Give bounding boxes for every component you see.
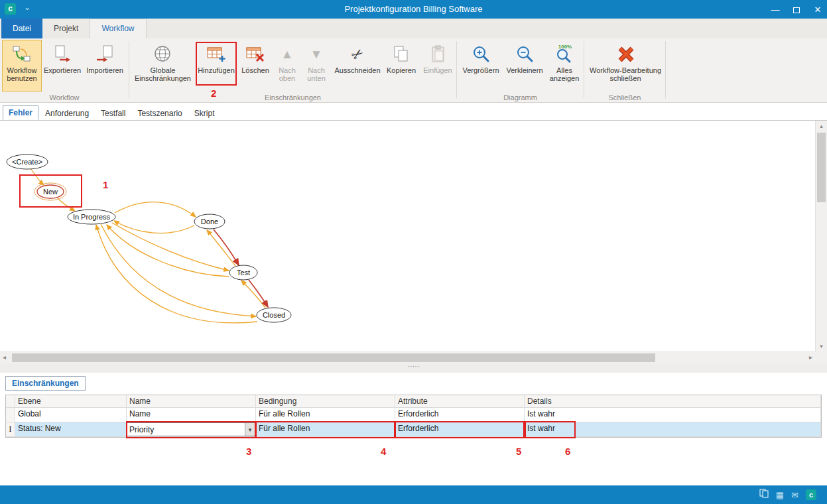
import-icon (95, 42, 115, 65)
tab-testfall[interactable]: Testfall (95, 107, 131, 120)
import-button[interactable]: Importieren (83, 40, 127, 92)
cut-button[interactable]: ✂ Ausschneiden (333, 40, 382, 92)
col-header-attribute[interactable]: Attribute (395, 395, 525, 408)
global-constraints-button[interactable]: Globale Einschränkungen (131, 40, 194, 92)
show-all-button[interactable]: 100% Alles anzeigen (546, 40, 582, 92)
zoom-in-icon (472, 42, 491, 65)
cell-bedingung: Für alle Rollen (256, 408, 395, 422)
group-divider (584, 41, 584, 98)
node-test[interactable]: Test (229, 265, 257, 280)
zoom-in-button[interactable]: Vergrößern (459, 40, 503, 92)
tab-einschraenkungen[interactable]: Einschränkungen (5, 376, 86, 391)
node-closed[interactable]: Closed (257, 308, 291, 322)
annotation-box-4 (255, 421, 395, 438)
scroll-left-arrow[interactable]: ◂ (3, 353, 6, 361)
tab-projekt[interactable]: Projekt (42, 19, 90, 38)
edit-cursor-icon: I (9, 424, 11, 434)
cell-details: Ist wahr (525, 408, 821, 422)
node-done-label: Done (201, 218, 218, 225)
close-workflow-editing-label: Workflow-Bearbeitung schließen (587, 66, 664, 82)
close-workflow-editing-button[interactable]: Workflow-Bearbeitung schließen (586, 40, 665, 92)
arrow-up-icon: ▲ (281, 42, 294, 65)
scroll-down-arrow[interactable]: ▾ (816, 343, 827, 349)
move-down-label: Nach unten (302, 66, 331, 82)
col-header-bedingung[interactable]: Bedingung (256, 395, 395, 408)
scissors-icon: ✂ (351, 42, 363, 65)
ribbon-tab-bar: Datei Projekt Workflow (0, 19, 827, 38)
splitter-handle[interactable]: ····· (0, 363, 827, 373)
zoom-in-label: Vergrößern (462, 66, 499, 74)
vertical-scroll-thumb[interactable] (817, 133, 826, 202)
copy-icon (392, 42, 411, 65)
tab-fehler[interactable]: Fehler (3, 105, 38, 120)
group-divider (456, 41, 457, 98)
cell-name: Name (127, 408, 256, 422)
row-header-cell[interactable]: I (6, 422, 15, 437)
minimize-button[interactable]: — (770, 5, 781, 15)
cut-label: Ausschneiden (334, 66, 380, 74)
annotation-box-2 (196, 42, 237, 86)
annotation-box-3 (126, 421, 256, 438)
tab-skript[interactable]: Skript (189, 107, 220, 120)
delete-table-icon (245, 42, 265, 65)
move-up-label: Nach oben (275, 66, 300, 82)
export-button[interactable]: Exportieren (43, 40, 82, 92)
annotation-number-2: 2 (211, 88, 216, 99)
col-header-name[interactable]: Name (127, 395, 256, 408)
group-label-workflow: Workflow (0, 94, 129, 101)
row-header-cell[interactable] (6, 408, 15, 422)
scrollbar-corner (815, 351, 827, 363)
group-label-diagramm: Diagramm (457, 94, 584, 101)
close-x-icon (615, 42, 635, 65)
col-header-ebene[interactable]: Ebene (15, 395, 127, 408)
copy-files-icon[interactable] (759, 489, 769, 501)
node-create[interactable]: <Create> (7, 155, 48, 169)
annotation-number-5: 5 (516, 446, 521, 457)
arrow-down-icon: ▼ (310, 42, 323, 65)
tab-datei[interactable]: Datei (1, 19, 42, 38)
workflow-diagram: <Create> New In Progress Done Test C (0, 121, 815, 351)
maximize-button[interactable] (791, 5, 802, 15)
cell-ebene: Global (15, 408, 127, 422)
horizontal-scroll-thumb[interactable] (12, 353, 655, 362)
tab-anforderung[interactable]: Anforderung (40, 107, 94, 120)
table-row-global[interactable]: Global Name Für alle Rollen Erforderlich… (6, 408, 821, 422)
node-done[interactable]: Done (194, 214, 225, 229)
app-logo-icon-small[interactable]: c (806, 489, 816, 500)
annotation-number-6: 6 (565, 446, 570, 457)
move-down-button: ▼ Nach unten (301, 40, 332, 92)
col-header-details[interactable]: Details (525, 395, 821, 408)
tab-workflow[interactable]: Workflow (90, 19, 146, 38)
delete-constraint-button[interactable]: Löschen (237, 40, 273, 92)
copy-button[interactable]: Kopieren (383, 40, 419, 92)
node-in-progress-label: In Progress (73, 213, 111, 221)
paste-button: Einfügen (420, 40, 455, 92)
use-workflow-label: Workflow benutzen (3, 66, 41, 82)
delete-constraint-label: Löschen (241, 66, 269, 74)
group-label-einschraenkungen: Einschränkungen (129, 94, 456, 101)
zoom-out-button[interactable]: Verkleinern (503, 40, 546, 92)
table-header-row: Ebene Name Bedingung Attribute Details (6, 395, 821, 408)
global-constraints-label: Globale Einschränkungen (132, 66, 194, 82)
scroll-up-arrow[interactable]: ▴ (816, 123, 827, 129)
annotation-number-4: 4 (381, 446, 386, 457)
group-divider (665, 41, 666, 98)
workflow-icon (12, 42, 32, 65)
zoom-out-icon (515, 42, 535, 65)
close-button[interactable]: ✕ (812, 5, 823, 15)
grid-icon[interactable]: ▦ (776, 490, 784, 500)
tab-testszenario[interactable]: Testszenario (132, 107, 187, 120)
node-in-progress[interactable]: In Progress (68, 210, 115, 224)
status-bar-icons: ▦ ✉ c (759, 485, 816, 504)
scroll-right-arrow[interactable]: ▸ (809, 353, 812, 361)
cell-ebene: Status: New (15, 422, 127, 437)
copy-label: Kopieren (387, 66, 416, 74)
use-workflow-button[interactable]: Workflow benutzen (2, 40, 42, 92)
workflow-canvas[interactable]: <Create> New In Progress Done Test C (0, 121, 815, 351)
export-label: Exportieren (44, 66, 81, 74)
window-controls: — ✕ (770, 0, 823, 19)
mail-icon[interactable]: ✉ (791, 490, 798, 500)
node-closed-label: Closed (263, 311, 285, 319)
status-bar: ▦ ✉ c (0, 485, 827, 504)
vertical-scrollbar[interactable]: ▴ ▾ (815, 121, 827, 351)
